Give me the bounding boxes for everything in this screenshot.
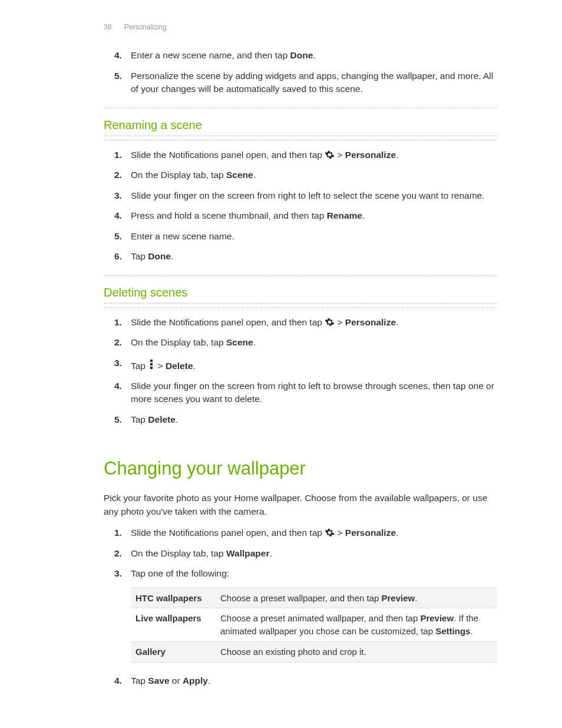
step-text: Slide your finger on the screen from rig… bbox=[131, 381, 494, 404]
wallpaper-step-list: 1. Slide the Notifications panel open, a… bbox=[104, 526, 497, 580]
divider bbox=[104, 136, 497, 140]
step-text: Enter a new scene name. bbox=[131, 231, 234, 241]
option-desc: Choose a preset wallpaper, and then tap … bbox=[216, 588, 497, 608]
list-item: 5. Personalize the scene by adding widge… bbox=[104, 70, 497, 96]
step-text: On the Display tab, tap bbox=[131, 337, 226, 347]
step-text-tail: . bbox=[313, 50, 315, 60]
bold-word: Delete bbox=[148, 414, 176, 424]
list-item: 1. Slide the Notifications panel open, a… bbox=[104, 149, 497, 162]
step-number: 1. bbox=[114, 149, 122, 162]
step-number: 3. bbox=[114, 189, 122, 202]
list-item: 1. Slide the Notifications panel open, a… bbox=[104, 526, 497, 539]
table-row: HTC wallpapers Choose a preset wallpaper… bbox=[131, 588, 497, 608]
step-text: Tap bbox=[131, 251, 148, 261]
step-text: On the Display tab, tap bbox=[131, 548, 226, 558]
step-text: Tap bbox=[131, 414, 148, 424]
step-text-tail: . bbox=[253, 337, 256, 347]
option-key: HTC wallpapers bbox=[135, 593, 202, 603]
step-text-tail: . bbox=[396, 317, 398, 327]
renaming-step-list: 1. Slide the Notifications panel open, a… bbox=[104, 149, 497, 263]
step-text: Tap bbox=[131, 676, 148, 686]
step-text: Press and hold a scene thumbnail, and th… bbox=[131, 210, 327, 220]
step-text-tail: . bbox=[253, 170, 256, 180]
step-number: 2. bbox=[114, 547, 122, 560]
step-number: 4. bbox=[114, 209, 122, 222]
list-item: 3. Tap > Delete. bbox=[104, 357, 497, 373]
divider bbox=[104, 108, 497, 108]
list-item: 6. Tap Done. bbox=[104, 250, 497, 263]
step-text: On the Display tab, tap bbox=[131, 170, 226, 180]
step-number: 5. bbox=[114, 70, 122, 83]
option-desc: Choose a preset animated wallpaper, and … bbox=[216, 608, 497, 642]
svg-rect-0 bbox=[150, 360, 153, 362]
list-item: 4. Enter a new scene name, and then tap … bbox=[104, 49, 497, 62]
option-key: Gallery bbox=[135, 647, 166, 657]
wallpaper-step-list-cont: 4. Tap Save or Apply. bbox=[104, 674, 497, 687]
list-item: 2. On the Display tab, tap Scene. bbox=[104, 169, 497, 182]
bold-word: Save bbox=[148, 676, 169, 686]
page-number: 38 bbox=[104, 23, 111, 31]
bold-word: Scene bbox=[226, 170, 253, 180]
svg-rect-2 bbox=[150, 367, 153, 369]
table-row: Gallery Choose an existing photo and cro… bbox=[131, 641, 497, 662]
step-text-tail: . bbox=[193, 361, 196, 371]
bold-word: Personalize bbox=[345, 528, 396, 538]
bold-word: Done bbox=[148, 251, 171, 261]
divider bbox=[104, 303, 497, 308]
step-text: Slide the Notifications panel open, and … bbox=[131, 317, 325, 327]
step-text: Personalize the scene by adding widgets … bbox=[131, 71, 493, 94]
step-number: 1. bbox=[114, 316, 122, 329]
step-number: 5. bbox=[114, 230, 122, 243]
step-number: 3. bbox=[114, 567, 122, 580]
step-number: 4. bbox=[114, 674, 122, 687]
settings-gear-icon bbox=[325, 150, 335, 160]
intro-step-list: 4. Enter a new scene name, and then tap … bbox=[104, 49, 497, 95]
section-heading-wallpaper: Changing your wallpaper bbox=[104, 456, 497, 482]
step-number: 4. bbox=[114, 380, 122, 393]
step-text: Slide the Notifications panel open, and … bbox=[131, 150, 325, 160]
step-text-tail: . bbox=[176, 414, 178, 424]
bold-word: Apply bbox=[183, 676, 208, 686]
bold-word: Wallpaper bbox=[226, 548, 270, 558]
step-text-mid: > bbox=[335, 528, 345, 538]
step-text: Enter a new scene name, and then tap bbox=[131, 50, 290, 60]
list-item: 4. Tap Save or Apply. bbox=[104, 674, 497, 687]
step-text-mid: > bbox=[335, 317, 345, 327]
svg-rect-1 bbox=[150, 363, 153, 365]
subheading-renaming: Renaming a scene bbox=[104, 117, 497, 134]
table-row: Live wallpapers Choose a preset animated… bbox=[131, 608, 497, 642]
list-item: 3. Slide your finger on the screen from … bbox=[104, 189, 497, 202]
option-desc: Choose an existing photo and crop it. bbox=[216, 641, 497, 662]
step-number: 2. bbox=[114, 169, 122, 182]
step-text: Slide your finger on the screen from rig… bbox=[131, 190, 485, 200]
step-number: 3. bbox=[114, 357, 122, 370]
step-text: Tap bbox=[131, 361, 148, 371]
step-text-tail: . bbox=[269, 548, 272, 558]
step-text-tail: . bbox=[396, 150, 398, 160]
document-page: 38 Personalizing 4. Enter a new scene na… bbox=[0, 0, 562, 728]
list-item: 2. On the Display tab, tap Wallpaper. bbox=[104, 547, 497, 560]
list-item: 5. Enter a new scene name. bbox=[104, 230, 497, 243]
option-key: Live wallpapers bbox=[135, 613, 201, 623]
list-item: 4. Press and hold a scene thumbnail, and… bbox=[104, 209, 497, 222]
list-item: 3. Tap one of the following: bbox=[104, 567, 497, 580]
overflow-menu-icon bbox=[148, 357, 155, 367]
step-text-mid: or bbox=[170, 676, 183, 686]
list-item: 1. Slide the Notifications panel open, a… bbox=[104, 316, 497, 329]
step-text-tail: . bbox=[396, 528, 398, 538]
list-item: 2. On the Display tab, tap Scene. bbox=[104, 336, 497, 349]
step-number: 1. bbox=[114, 526, 122, 539]
wallpaper-intro: Pick your favorite photo as your Home wa… bbox=[104, 492, 497, 518]
bold-word: Delete bbox=[166, 361, 193, 371]
divider bbox=[104, 275, 497, 276]
step-text-tail: . bbox=[362, 210, 365, 220]
step-number: 5. bbox=[114, 413, 122, 426]
step-text-tail: . bbox=[208, 676, 210, 686]
step-number: 6. bbox=[114, 250, 122, 263]
page-header: 38 Personalizing bbox=[104, 22, 497, 32]
bold-word: Personalize bbox=[345, 317, 396, 327]
step-text-mid: > bbox=[155, 361, 166, 371]
step-text-tail: . bbox=[171, 251, 173, 261]
step-number: 2. bbox=[114, 336, 122, 349]
list-item: 4. Slide your finger on the screen from … bbox=[104, 380, 497, 406]
